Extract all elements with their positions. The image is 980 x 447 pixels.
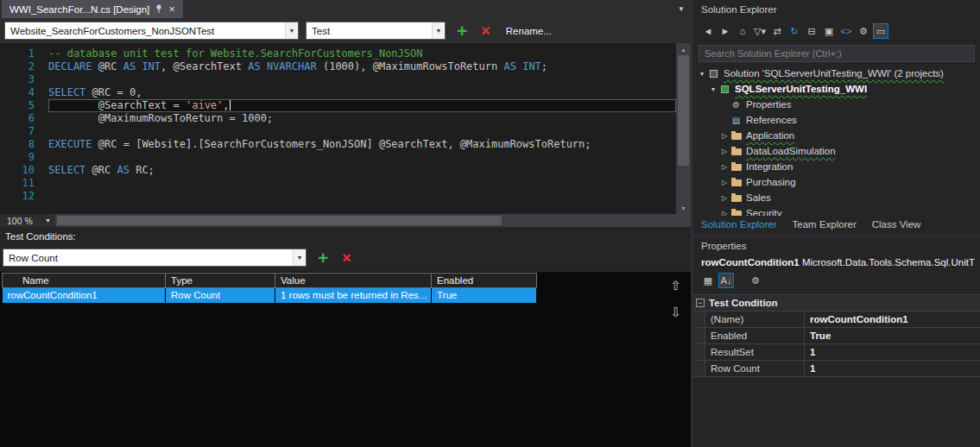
- expand-arrow-icon[interactable]: ▷: [719, 194, 730, 202]
- tree-item-integration[interactable]: ▷Integration: [693, 159, 980, 174]
- collapse-arrow-icon[interactable]: ▾: [697, 70, 707, 78]
- property-value[interactable]: True: [805, 328, 980, 343]
- tree-item-purchasing[interactable]: ▷Purchasing: [693, 174, 980, 190]
- close-icon[interactable]: ×: [168, 3, 175, 15]
- move-down-icon[interactable]: ⇩: [670, 305, 681, 320]
- code-text: SELECT @RC = 0,: [48, 86, 676, 99]
- add-condition-icon[interactable]: +: [318, 251, 328, 265]
- code-line[interactable]: 3: [0, 73, 676, 86]
- properties-object-row[interactable]: rowCountCondition1 Microsoft.Data.Tools.…: [693, 251, 980, 269]
- properties-category-row[interactable]: − Test Condition: [693, 295, 980, 312]
- code-line[interactable]: 6 @MaximumRowsToReturn = 1000;: [0, 112, 676, 125]
- editor-vertical-scrollbar[interactable]: ▲ ▼: [676, 43, 691, 214]
- tree-item-sales[interactable]: ▷Sales: [693, 190, 980, 205]
- code-line[interactable]: 7: [0, 125, 676, 138]
- solution-explorer-search-input[interactable]: [699, 45, 975, 62]
- condition-row[interactable]: rowCountCondition1Row Count1 rows must b…: [3, 288, 537, 303]
- tree-item-solution-sqlserverunittesting-wwi-2-proj[interactable]: ▾Solution 'SQLServerUnitTesting_WWI' (2 …: [693, 66, 980, 81]
- expand-arrow-icon[interactable]: ▷: [719, 148, 730, 155]
- tree-item-sqlserverunittesting-wwi[interactable]: ▾SQLServerUnitTesting_WWI: [693, 81, 980, 97]
- view-code-icon[interactable]: <>: [838, 23, 854, 39]
- expand-arrow-icon[interactable]: ▷: [719, 163, 730, 171]
- code-line[interactable]: 8EXECUTE @RC = [Website].[SearchForCusto…: [0, 138, 676, 151]
- line-number: 6: [0, 112, 48, 125]
- tree-item-properties[interactable]: ⚙Properties: [693, 97, 980, 112]
- code-line[interactable]: 10SELECT @RC AS RC;: [0, 164, 676, 177]
- expand-arrow-icon[interactable]: ▷: [719, 179, 730, 186]
- code-line[interactable]: 5 @SearchText = 'aive',: [0, 99, 676, 112]
- delete-test-icon[interactable]: ×: [481, 24, 490, 38]
- property-gutter: [693, 328, 705, 343]
- tree-item-dataloadsimulation[interactable]: ▷DataLoadSimulation: [693, 143, 980, 159]
- panel-tab-solution-explorer[interactable]: Solution Explorer: [693, 216, 785, 234]
- home-icon[interactable]: ⌂: [735, 23, 750, 39]
- property-row-resultset[interactable]: ResultSet1: [693, 344, 980, 361]
- expand-arrow-icon[interactable]: ▷: [719, 132, 730, 140]
- code-line[interactable]: 9: [0, 151, 676, 164]
- filter-dropdown-icon[interactable]: ▽▾: [752, 23, 768, 39]
- tree-item-references[interactable]: ▤References: [693, 112, 980, 128]
- collapse-category-icon[interactable]: −: [696, 299, 705, 307]
- property-name: Row Count: [705, 361, 805, 376]
- chevron-down-icon[interactable]: ▼: [285, 22, 298, 39]
- condition-type-combo[interactable]: Row Count ▼: [3, 249, 307, 267]
- forward-icon[interactable]: ►: [718, 23, 733, 39]
- test-name-combo[interactable]: Test ▼: [306, 22, 446, 40]
- folder-icon: [730, 162, 743, 171]
- panel-tab-team-explorer[interactable]: Team Explorer: [785, 216, 864, 234]
- chevron-down-icon[interactable]: ▼: [432, 22, 445, 39]
- line-number: 10: [0, 164, 48, 177]
- code-line[interactable]: 4SELECT @RC = 0,: [0, 86, 676, 99]
- collapse-arrow-icon[interactable]: ▾: [708, 85, 718, 93]
- column-header-name[interactable]: Name: [3, 274, 166, 288]
- column-header-value[interactable]: Value: [275, 274, 432, 288]
- code-line[interactable]: 2DECLARE @RC AS INT, @SearchText AS NVAR…: [0, 60, 676, 73]
- panel-tab-class-view[interactable]: Class View: [864, 216, 929, 234]
- scrollbar-thumb[interactable]: [678, 55, 689, 166]
- property-row-enabled[interactable]: EnabledTrue: [693, 328, 980, 344]
- collapse-all-icon[interactable]: ⊟: [804, 23, 819, 39]
- property-row-row-count[interactable]: Row Count1: [693, 361, 980, 377]
- tree-item-application[interactable]: ▷Application: [693, 128, 980, 143]
- sync-with-active-document-icon[interactable]: ⇄: [769, 23, 785, 39]
- folder-icon: [730, 178, 743, 186]
- pin-icon[interactable]: [155, 4, 162, 14]
- code-line[interactable]: 11: [0, 177, 676, 190]
- property-value[interactable]: 1: [805, 344, 980, 360]
- property-value[interactable]: rowCountCondition1: [805, 312, 980, 327]
- zoom-combo[interactable]: 100 % ▼: [0, 214, 55, 227]
- delete-condition-icon[interactable]: ×: [342, 251, 351, 265]
- add-test-icon[interactable]: +: [457, 24, 467, 38]
- column-header-enabled[interactable]: Enabled: [432, 274, 537, 288]
- column-header-type[interactable]: Type: [166, 274, 275, 288]
- property-gutter: [693, 344, 705, 360]
- chevron-down-icon[interactable]: ▼: [45, 217, 51, 224]
- document-tab[interactable]: WWI_SearchFor...N.cs [Design] ×: [2, 0, 183, 18]
- code-line[interactable]: 12: [0, 190, 676, 203]
- chevron-down-icon[interactable]: ▼: [293, 249, 306, 266]
- code-editor[interactable]: 1-- database unit test for Website.Searc…: [0, 43, 691, 214]
- code-line[interactable]: 1-- database unit test for Website.Searc…: [0, 47, 676, 60]
- refresh-icon[interactable]: ↻: [787, 23, 802, 39]
- move-up-icon[interactable]: ⇧: [670, 278, 681, 293]
- project-icon: [718, 85, 731, 93]
- scroll-down-icon[interactable]: ▼: [676, 202, 691, 214]
- properties-tool-icon[interactable]: ⚙: [856, 23, 871, 39]
- show-all-files-icon[interactable]: ▣: [821, 23, 837, 39]
- document-tab-title: WWI_SearchFor...N.cs [Design]: [9, 4, 149, 15]
- expand-arrow-icon[interactable]: ▷: [719, 210, 730, 217]
- alphabetical-sort-icon[interactable]: A↓: [718, 273, 734, 288]
- scrollbar-thumb[interactable]: [57, 216, 502, 225]
- categorized-icon[interactable]: ▦: [700, 273, 716, 288]
- preview-selected-items-icon[interactable]: ▭: [873, 23, 888, 39]
- document-list-dropdown-icon[interactable]: ▼: [678, 5, 685, 13]
- property-row-name[interactable]: (Name)rowCountCondition1: [693, 312, 980, 328]
- property-value[interactable]: 1: [805, 361, 980, 376]
- back-icon[interactable]: ◄: [700, 23, 716, 39]
- test-class-combo[interactable]: Website_SearchForCustomers_NonJSONTest ▼: [4, 22, 299, 40]
- editor-horizontal-scrollbar[interactable]: [55, 214, 691, 227]
- scroll-up-icon[interactable]: ▲: [676, 43, 691, 55]
- rename-button[interactable]: Rename...: [506, 26, 552, 36]
- tree-item-security[interactable]: ▷Security: [693, 205, 980, 216]
- property-pages-icon[interactable]: ⚙: [748, 273, 763, 288]
